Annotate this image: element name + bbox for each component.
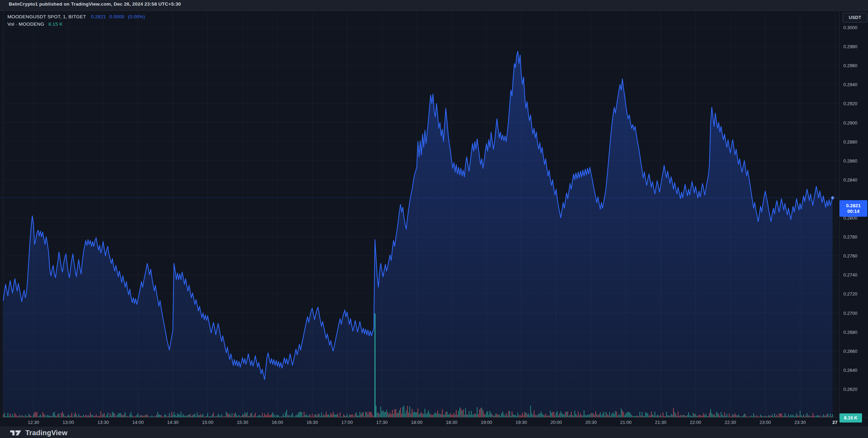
volume-bar [366,412,367,418]
area-fill [3,51,832,418]
volume-bar [486,412,487,418]
volume-bar [112,412,113,418]
volume-bar [674,412,675,418]
tradingview-logo-icon[interactable] [10,429,22,437]
volume-bar [409,406,410,418]
volume-bar [396,409,396,418]
volume-bar [157,412,158,418]
volume-bar [709,413,710,418]
volume-bar [53,413,54,418]
volume-bar [645,412,646,418]
time-axis-label: 14:30 [167,420,179,425]
volume-bar [402,407,403,418]
volume-bar [642,412,642,418]
volume-bar [427,413,428,418]
volume-study-label[interactable]: Vol · MOODENG [7,21,44,27]
volume-bar [286,410,287,418]
currency-usdt-button[interactable]: USDT [843,13,867,23]
price-chart-canvas[interactable] [0,11,868,427]
volume-bar [480,408,481,418]
volume-bar [388,412,388,418]
volume-bar [551,413,552,418]
volume-bar [251,413,252,418]
volume-bar [651,412,652,418]
volume-bar [482,408,482,418]
chart-pane[interactable]: MOODENGUSDT SPOT, 1, BITGET0.28210.0000(… [0,11,868,427]
volume-bar [407,406,408,418]
time-axis-label: 27 [832,420,837,425]
volume-bar [54,412,55,418]
volume-bar [384,412,385,418]
volume-bar [131,412,131,418]
volume-bar [37,412,37,418]
volume-bar [125,412,126,418]
volume-bar [245,412,245,418]
volume-bar [479,410,480,418]
volume-bar [107,413,108,418]
volume-bar [398,413,398,418]
volume-bar [490,411,490,418]
volume-bar [447,412,447,418]
time-axis-label: 16:00 [272,420,283,425]
time-axis-label: 14:00 [132,420,144,425]
volume-bar [413,412,414,418]
symbol-title[interactable]: MOODENGUSDT SPOT, 1, BITGET [7,14,86,19]
volume-bar [392,410,393,418]
volume-bar [530,406,531,418]
volume-bar [526,413,526,418]
volume-bar [628,412,629,418]
volume-bar [483,410,483,418]
volume-bar [408,413,409,418]
price-axis-label: 0.2900 [843,120,857,125]
price-axis-label: 0.2940 [843,82,857,87]
volume-bar [365,412,366,418]
volume-bar [615,411,616,418]
volume-bar [655,412,655,418]
volume-bar [181,412,181,418]
volume-bar [446,412,446,418]
price-axis-label: 0.2860 [843,158,857,163]
volume-bar [578,411,579,418]
time-axis-label: 21:00 [620,420,632,425]
volume-bar [640,412,640,418]
last-price-badge-value: 0.2821 [839,203,867,208]
volume-bar [255,413,256,418]
price-axis-label: 0.2980 [843,44,857,49]
volume-bar [663,412,663,418]
volume-bar [600,412,600,418]
time-axis-label: 17:30 [376,420,388,425]
price-axis-label: 0.2700 [843,310,857,316]
volume-bar [100,411,101,418]
volume-bar [442,409,443,418]
volume-bar [399,410,400,418]
volume-bar [174,412,174,418]
volume-bar [508,411,509,418]
volume-bar [613,413,614,418]
volume-bar [584,410,584,418]
volume-bar [272,412,273,418]
volume-bar [469,411,470,418]
time-axis-separator[interactable] [0,417,868,418]
volume-bar [333,412,333,418]
published-line: BeInCrypto1 published on TradingView.com… [9,1,181,7]
volume-bar [571,412,572,418]
chart-legend: MOODENGUSDT SPOT, 1, BITGET0.28210.0000(… [7,13,145,28]
volume-bar [371,412,372,418]
volume-bar [34,412,35,418]
volume-bar [629,412,630,418]
volume-bar [362,412,363,418]
footer: TradingView [0,427,868,438]
legend-change: 0.0000 [109,14,125,19]
volume-bar [299,412,300,418]
volume-bar [197,412,197,418]
volume-bar [301,412,302,418]
volume-bar [567,412,568,418]
time-axis-label: 17:00 [341,420,353,425]
volume-bar [383,411,383,418]
tradingview-brand-text[interactable]: TradingView [25,429,68,437]
volume-bar [609,412,610,418]
volume-bar [458,411,459,418]
volume-bar [369,412,370,418]
last-price-badge: 0.2821 00:14 [839,200,867,217]
volume-bar [477,407,478,418]
